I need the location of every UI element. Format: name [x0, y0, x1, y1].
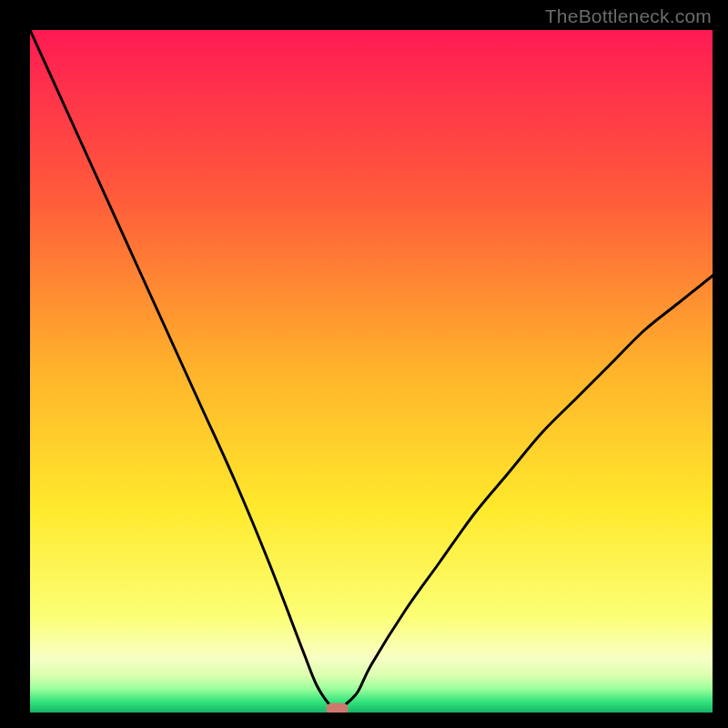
bottleneck-curve	[30, 30, 713, 709]
chart-frame: TheBottleneck.com	[0, 0, 728, 728]
plot-area	[30, 30, 713, 713]
curve-layer	[30, 30, 713, 713]
optimal-point-marker	[327, 703, 349, 713]
watermark-text: TheBottleneck.com	[545, 5, 712, 27]
